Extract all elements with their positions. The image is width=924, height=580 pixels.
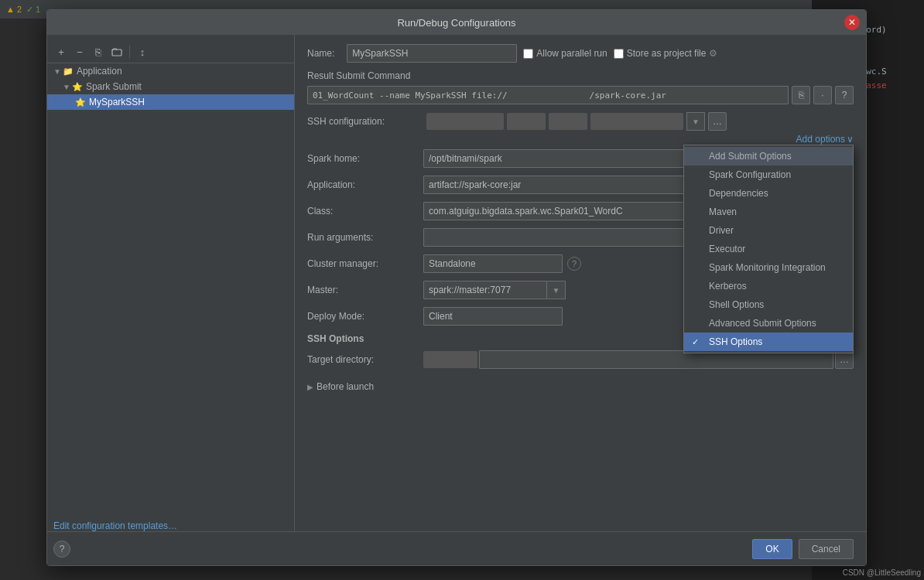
tree-item-label: Application [77, 66, 122, 77]
deploy-mode-label: Deploy Mode: [307, 311, 423, 322]
master-dropdown-button[interactable]: ▼ [547, 281, 566, 299]
dropdown-item-maven[interactable]: Maven [684, 203, 853, 221]
ok-button[interactable]: OK [752, 539, 792, 559]
cancel-button[interactable]: Cancel [799, 539, 854, 559]
run-debug-dialog: Run/Debug Configurations ✕ + − ⎘ ↕ ▼ 📁 A… [46, 9, 867, 566]
dropdown-item-spark-config[interactable]: Spark Configuration [684, 165, 853, 184]
dropdown-item-add-submit[interactable]: Add Submit Options [684, 147, 853, 165]
ide-badge-1: ▲ 2 [6, 5, 22, 14]
name-row: Name: Allow parallel run Store as projec… [307, 44, 854, 63]
cluster-manager-label: Cluster manager: [307, 258, 423, 269]
dropdown-item-advanced-submit[interactable]: Advanced Submit Options [684, 314, 853, 333]
mysparksssh-label: MySparkSSH [89, 97, 145, 107]
run-args-label: Run arguments: [307, 232, 423, 243]
cluster-manager-select[interactable]: Standalone YARN Mesos [423, 254, 563, 273]
spark-submit-label: Spark Submit [86, 81, 142, 92]
dropdown-item-shell-options[interactable]: Shell Options [684, 295, 853, 314]
target-dir-label: Target directory: [307, 354, 423, 365]
gear-icon: ⚙ [709, 48, 717, 59]
ssh-more-button[interactable]: … [708, 112, 727, 131]
dropdown-item-dependencies[interactable]: Dependencies [684, 184, 853, 203]
ide-badge-2: ✓ 1 [26, 5, 40, 15]
dropdown-item-kerberos[interactable]: Kerberos [684, 277, 853, 295]
left-panel: + − ⎘ ↕ ▼ 📁 Application ▼ ⭐ Spark Submit [47, 35, 295, 531]
toolbar-separator [129, 46, 130, 58]
spark-home-label: Spark home: [307, 153, 423, 164]
remove-config-button[interactable]: − [72, 44, 87, 60]
tree-item-spark-submit[interactable]: ▼ ⭐ Spark Submit [47, 79, 294, 94]
copy-command-button[interactable]: ⎘ [792, 86, 810, 104]
mysparksssh-icon: ⭐ [75, 97, 86, 107]
expand-icon: ▼ [53, 67, 61, 76]
folder-config-button[interactable] [109, 44, 125, 60]
help-button[interactable]: ? [53, 541, 70, 558]
application-icon: 📁 [63, 67, 74, 77]
csdn-badge: CSDN @LittleSeedling [843, 568, 921, 577]
dropdown-item-executor[interactable]: Executor [684, 240, 853, 258]
name-label: Name: [307, 48, 334, 59]
add-options-row: Add options ∨ Add Submit Options Spark C… [307, 134, 854, 145]
ssh-config-label: SSH configuration: [307, 116, 423, 127]
ssh-dropdown-arrow[interactable]: ▼ [686, 112, 705, 131]
tree-toolbar: + − ⎘ ↕ [47, 41, 294, 63]
command-dots-button[interactable]: · [813, 86, 832, 104]
store-project-group: Store as project file ⚙ [614, 48, 718, 59]
dropdown-item-driver[interactable]: Driver [684, 221, 853, 240]
cluster-manager-help[interactable]: ? [567, 257, 581, 271]
add-config-button[interactable]: + [53, 44, 69, 60]
result-command-row: ⎘ · ? [307, 86, 854, 104]
ssh-field-masked-3 [549, 113, 587, 130]
deploy-mode-select[interactable]: Client Cluster [423, 307, 563, 326]
sort-config-button[interactable]: ↕ [135, 44, 150, 60]
allow-parallel-label: Allow parallel run [536, 48, 607, 59]
command-help-button[interactable]: ? [835, 86, 854, 104]
dialog-titlebar: Run/Debug Configurations ✕ [47, 10, 866, 35]
ssh-field-masked-1 [426, 113, 504, 130]
spark-submit-icon: ⭐ [72, 82, 83, 92]
spark-expand-icon: ▼ [63, 83, 70, 91]
allow-parallel-checkbox[interactable] [523, 49, 533, 59]
dropdown-item-spark-monitoring[interactable]: Spark Monitoring Integration [684, 258, 853, 277]
result-command-label: Result Submit Command [307, 70, 854, 81]
add-options-button[interactable]: Add options ∨ [796, 134, 854, 145]
allow-parallel-group: Allow parallel run [523, 48, 607, 59]
tree-item-mysparksssh[interactable]: ⭐ MySparkSSH [47, 94, 294, 110]
master-input[interactable] [423, 281, 547, 299]
right-panel: Name: Allow parallel run Store as projec… [295, 35, 866, 531]
svg-rect-0 [112, 49, 121, 56]
class-label: Class: [307, 206, 423, 217]
application-label: Application: [307, 179, 423, 190]
edit-templates-container: Edit configuration templates… [53, 520, 177, 531]
store-project-label: Store as project file [627, 48, 707, 59]
tree-item-application[interactable]: ▼ 📁 Application [47, 63, 294, 79]
add-options-dropdown: Add Submit Options Spark Configuration D… [683, 145, 854, 353]
close-button[interactable]: ✕ [844, 15, 860, 30]
dialog-footer: ? OK Cancel [47, 531, 866, 565]
name-input[interactable] [347, 44, 517, 63]
before-launch-label: Before launch [317, 381, 374, 392]
master-label: Master: [307, 285, 423, 295]
store-project-checkbox[interactable] [614, 49, 624, 59]
chevron-down-icon: ∨ [847, 134, 854, 145]
dialog-body: + − ⎘ ↕ ▼ 📁 Application ▼ ⭐ Spark Submit [47, 35, 866, 531]
before-launch-expand-icon: ▶ [307, 383, 313, 391]
copy-config-button[interactable]: ⎘ [91, 44, 106, 60]
ssh-field-masked-4 [590, 113, 683, 130]
ssh-field-masked-2 [507, 113, 546, 130]
ssh-config-row: SSH configuration: ▼ … [307, 112, 854, 131]
result-command-input[interactable] [307, 86, 789, 104]
target-dir-masked [423, 351, 477, 368]
before-launch-row[interactable]: ▶ Before launch [307, 381, 854, 392]
edit-templates-link[interactable]: Edit configuration templates… [53, 520, 177, 531]
dialog-title: Run/Debug Configurations [397, 17, 515, 29]
dropdown-item-ssh-options[interactable]: SSH Options [684, 333, 853, 351]
